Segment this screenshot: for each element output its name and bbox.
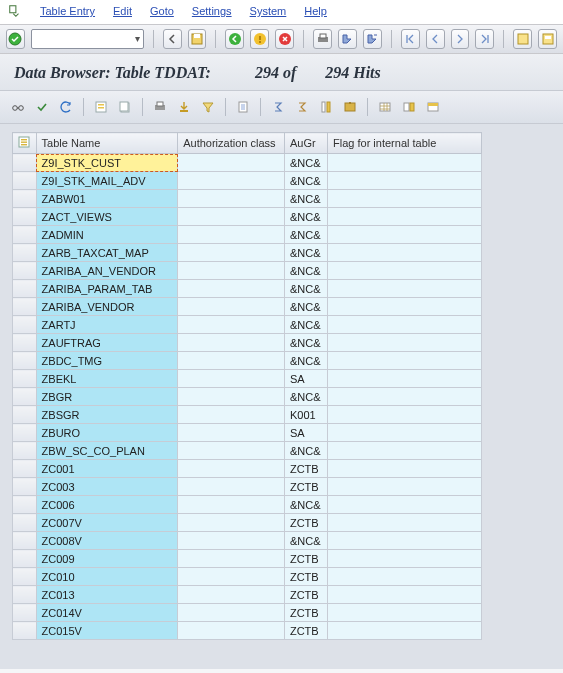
cell-table-name[interactable]: ZC010 bbox=[36, 568, 178, 586]
row-selector[interactable] bbox=[13, 514, 37, 532]
cell-table-name[interactable]: ZARB_TAXCAT_MAP bbox=[36, 244, 178, 262]
cell-table-name[interactable]: ZARIBA_VENDOR bbox=[36, 298, 178, 316]
menu-goto[interactable]: Goto bbox=[150, 5, 174, 17]
cell-augr[interactable]: ZCTB bbox=[284, 586, 327, 604]
cell-table-name[interactable]: ZABW01 bbox=[36, 190, 178, 208]
cell-flag[interactable] bbox=[328, 424, 482, 442]
cell-flag[interactable] bbox=[328, 514, 482, 532]
cancel-button[interactable] bbox=[275, 29, 294, 49]
menu-system[interactable]: System bbox=[250, 5, 287, 17]
cell-flag[interactable] bbox=[328, 586, 482, 604]
cell-flag[interactable] bbox=[328, 478, 482, 496]
cell-augr[interactable]: &NC& bbox=[284, 154, 327, 172]
cell-flag[interactable] bbox=[328, 262, 482, 280]
layout2-button[interactable] bbox=[538, 29, 557, 49]
cell-table-name[interactable]: ZC003 bbox=[36, 478, 178, 496]
cell-auth-class[interactable] bbox=[178, 334, 285, 352]
table-row[interactable]: ZADMIN&NC& bbox=[13, 226, 482, 244]
print-button[interactable] bbox=[313, 29, 332, 49]
menu-edit[interactable]: Edit bbox=[113, 5, 132, 17]
menu-dropdown-icon[interactable] bbox=[8, 4, 22, 18]
table-row[interactable]: ZBUROSA bbox=[13, 424, 482, 442]
cell-flag[interactable] bbox=[328, 460, 482, 478]
cell-table-name[interactable]: ZC007V bbox=[36, 514, 178, 532]
cell-augr[interactable]: &NC& bbox=[284, 208, 327, 226]
copy-entry-icon[interactable] bbox=[115, 97, 135, 117]
cell-auth-class[interactable] bbox=[178, 370, 285, 388]
cell-auth-class[interactable] bbox=[178, 280, 285, 298]
save-button[interactable] bbox=[188, 29, 207, 49]
layout1-button[interactable] bbox=[513, 29, 532, 49]
table-row[interactable]: Z9I_STK_MAIL_ADV&NC& bbox=[13, 172, 482, 190]
cell-auth-class[interactable] bbox=[178, 586, 285, 604]
table-row[interactable]: ZARIBA_VENDOR&NC& bbox=[13, 298, 482, 316]
table-row[interactable]: ZBGR&NC& bbox=[13, 388, 482, 406]
cell-table-name[interactable]: ZBGR bbox=[36, 388, 178, 406]
cell-auth-class[interactable] bbox=[178, 622, 285, 640]
export-icon[interactable] bbox=[174, 97, 194, 117]
cell-augr[interactable]: &NC& bbox=[284, 352, 327, 370]
cell-auth-class[interactable] bbox=[178, 190, 285, 208]
cell-augr[interactable]: ZCTB bbox=[284, 604, 327, 622]
cell-auth-class[interactable] bbox=[178, 226, 285, 244]
cell-table-name[interactable]: ZACT_VIEWS bbox=[36, 208, 178, 226]
table-row[interactable]: ZARIBA_AN_VENDOR&NC& bbox=[13, 262, 482, 280]
cell-augr[interactable]: ZCTB bbox=[284, 568, 327, 586]
table-row[interactable]: ZACT_VIEWS&NC& bbox=[13, 208, 482, 226]
cell-table-name[interactable]: ZBSGR bbox=[36, 406, 178, 424]
cell-auth-class[interactable] bbox=[178, 478, 285, 496]
sum-icon[interactable] bbox=[268, 97, 288, 117]
table-row[interactable]: ZC015VZCTB bbox=[13, 622, 482, 640]
table-row[interactable]: ZBW_SC_CO_PLAN&NC& bbox=[13, 442, 482, 460]
cell-augr[interactable]: ZCTB bbox=[284, 460, 327, 478]
cell-augr[interactable]: ZCTB bbox=[284, 622, 327, 640]
cell-flag[interactable] bbox=[328, 190, 482, 208]
cell-flag[interactable] bbox=[328, 604, 482, 622]
row-selector[interactable] bbox=[13, 622, 37, 640]
table-row[interactable]: ZABW01&NC& bbox=[13, 190, 482, 208]
sort-icon[interactable] bbox=[233, 97, 253, 117]
cell-augr[interactable]: &NC& bbox=[284, 316, 327, 334]
table-row[interactable]: ZC009ZCTB bbox=[13, 550, 482, 568]
print2-icon[interactable] bbox=[150, 97, 170, 117]
refresh-icon[interactable] bbox=[56, 97, 76, 117]
row-selector[interactable] bbox=[13, 262, 37, 280]
cell-flag[interactable] bbox=[328, 568, 482, 586]
glasses-icon[interactable] bbox=[8, 97, 28, 117]
cell-table-name[interactable]: ZBEKL bbox=[36, 370, 178, 388]
table-row[interactable]: ZC007VZCTB bbox=[13, 514, 482, 532]
cell-flag[interactable] bbox=[328, 442, 482, 460]
table-row[interactable]: ZC008V&NC& bbox=[13, 532, 482, 550]
cell-auth-class[interactable] bbox=[178, 406, 285, 424]
cell-flag[interactable] bbox=[328, 550, 482, 568]
row-selector[interactable] bbox=[13, 550, 37, 568]
cell-flag[interactable] bbox=[328, 172, 482, 190]
cell-table-name[interactable]: ZBDC_TMG bbox=[36, 352, 178, 370]
cell-auth-class[interactable] bbox=[178, 352, 285, 370]
row-selector[interactable] bbox=[13, 226, 37, 244]
cell-auth-class[interactable] bbox=[178, 514, 285, 532]
row-selector[interactable] bbox=[13, 154, 37, 172]
back-button[interactable] bbox=[163, 29, 182, 49]
row-selector[interactable] bbox=[13, 190, 37, 208]
table-row[interactable]: Z9I_STK_CUST&NC& bbox=[13, 154, 482, 172]
cell-augr[interactable]: &NC& bbox=[284, 334, 327, 352]
cell-flag[interactable] bbox=[328, 532, 482, 550]
cell-table-name[interactable]: Z9I_STK_CUST bbox=[36, 154, 178, 172]
col-flag[interactable]: Flag for internal table bbox=[328, 133, 482, 154]
cell-auth-class[interactable] bbox=[178, 388, 285, 406]
cell-table-name[interactable]: ZARIBA_AN_VENDOR bbox=[36, 262, 178, 280]
new-entry-icon[interactable] bbox=[91, 97, 111, 117]
cell-augr[interactable]: ZCTB bbox=[284, 478, 327, 496]
cell-table-name[interactable]: ZC008V bbox=[36, 532, 178, 550]
table-row[interactable]: ZC014VZCTB bbox=[13, 604, 482, 622]
row-selector[interactable] bbox=[13, 424, 37, 442]
cell-table-name[interactable]: ZBURO bbox=[36, 424, 178, 442]
row-selector[interactable] bbox=[13, 442, 37, 460]
row-selector[interactable] bbox=[13, 388, 37, 406]
row-selector[interactable] bbox=[13, 298, 37, 316]
table-row[interactable]: ZARIBA_PARAM_TAB&NC& bbox=[13, 280, 482, 298]
cell-augr[interactable]: SA bbox=[284, 424, 327, 442]
cell-auth-class[interactable] bbox=[178, 568, 285, 586]
cell-flag[interactable] bbox=[328, 370, 482, 388]
